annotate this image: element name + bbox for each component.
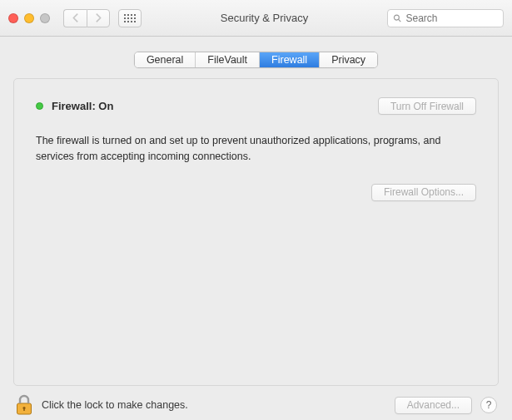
help-button[interactable]: ? (480, 397, 497, 413)
grid-icon (124, 14, 136, 22)
firewall-panel: Firewall: On Turn Off Firewall The firew… (13, 78, 499, 386)
window-title: Security & Privacy (150, 12, 379, 24)
traffic-lights (8, 13, 50, 23)
tabs: General FileVault Firewall Privacy (134, 52, 378, 68)
svg-rect-4 (23, 408, 25, 411)
status-row: Firewall: On Turn Off Firewall (36, 97, 476, 115)
svg-point-0 (394, 15, 399, 20)
status-indicator-icon (36, 102, 43, 110)
search-input[interactable] (406, 12, 498, 24)
firewall-status-label: Firewall: On (52, 100, 113, 112)
tab-filevault[interactable]: FileVault (196, 52, 260, 67)
zoom-window-button[interactable] (40, 13, 50, 23)
chevron-right-icon (95, 13, 102, 22)
close-window-button[interactable] (8, 13, 18, 23)
nav-back-forward (63, 9, 110, 27)
tab-general[interactable]: General (135, 52, 196, 67)
turn-off-firewall-button[interactable]: Turn Off Firewall (378, 97, 476, 115)
search-field[interactable] (387, 9, 504, 27)
firewall-description: The firewall is turned on and set up to … (36, 133, 469, 166)
tab-privacy[interactable]: Privacy (320, 52, 377, 67)
status-left: Firewall: On (36, 100, 113, 112)
firewall-options-button[interactable]: Firewall Options... (371, 184, 476, 201)
lock-icon[interactable] (15, 394, 33, 416)
svg-line-1 (399, 19, 401, 22)
back-button[interactable] (63, 9, 87, 27)
advanced-button[interactable]: Advanced... (395, 397, 472, 414)
titlebar: Security & Privacy (0, 0, 512, 37)
chevron-left-icon (72, 13, 79, 22)
options-row: Firewall Options... (36, 184, 476, 201)
tab-firewall[interactable]: Firewall (260, 52, 320, 67)
lock-hint-text: Click the lock to make changes. (42, 399, 386, 411)
search-icon (393, 13, 402, 23)
forward-button[interactable] (87, 9, 110, 27)
show-all-button[interactable] (118, 9, 142, 27)
footer: Click the lock to make changes. Advanced… (0, 386, 512, 420)
minimize-window-button[interactable] (24, 13, 34, 23)
